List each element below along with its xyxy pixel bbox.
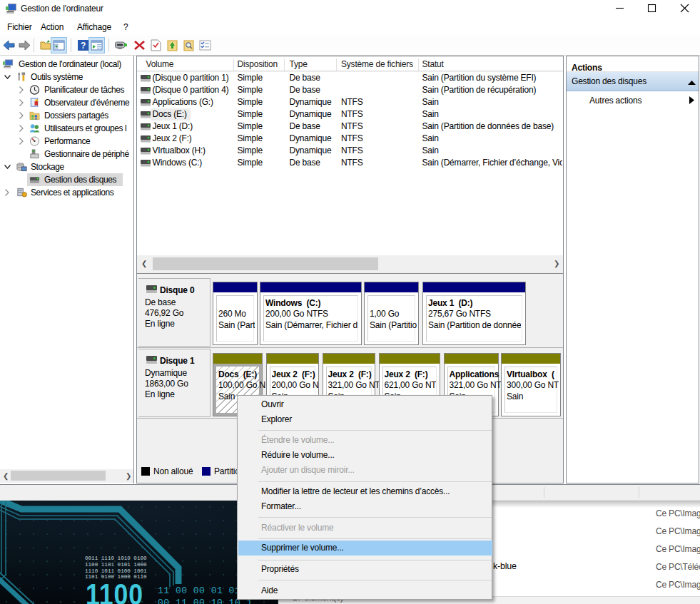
- svg-text:?: ?: [81, 41, 86, 51]
